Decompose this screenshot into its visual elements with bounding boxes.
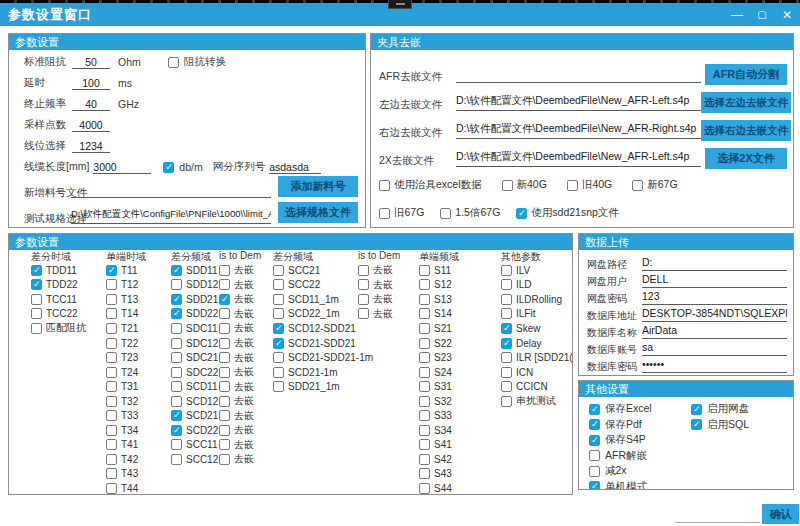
checkbox-ILFit[interactable]: [501, 308, 512, 319]
checkbox-T43[interactable]: [106, 468, 117, 479]
checkbox-S34[interactable]: [419, 425, 430, 436]
checkbox-单机模式[interactable]: [589, 481, 600, 490]
checkbox-去嵌[interactable]: [358, 294, 369, 305]
checkbox-T32[interactable]: [106, 396, 117, 407]
dbm-checkbox[interactable]: [163, 162, 174, 173]
checkbox-T22[interactable]: [106, 338, 117, 349]
checkbox-SDD11[interactable]: [171, 265, 182, 276]
checkbox-去嵌[interactable]: [219, 410, 230, 421]
upload-field-input[interactable]: AirData: [642, 324, 787, 339]
checkbox-去嵌[interactable]: [219, 338, 230, 349]
checkbox-S24[interactable]: [419, 367, 430, 378]
checkbox-SCC21[interactable]: [273, 265, 284, 276]
right-file-input[interactable]: D:\软件配置文件\DeembedFile\New_AFR-Right.s4p: [456, 122, 701, 139]
checkbox-1.5倍67G[interactable]: [440, 208, 451, 219]
checkbox-去嵌[interactable]: [219, 308, 230, 319]
checkbox-S43[interactable]: [419, 468, 430, 479]
checkbox-SCD21[interactable]: [171, 410, 182, 421]
checkbox-匹配阻抗[interactable]: [31, 323, 42, 334]
checkbox-SCD11[interactable]: [171, 381, 182, 392]
checkbox-SDD12[interactable]: [171, 279, 182, 290]
checkbox-T31[interactable]: [106, 381, 117, 392]
stop-freq-input[interactable]: 40: [72, 98, 110, 111]
delay-input[interactable]: 100: [72, 77, 110, 90]
select-2x-file-button[interactable]: 选择2X文件: [705, 148, 787, 169]
close-icon[interactable]: ✕: [780, 8, 794, 22]
checkbox-S42[interactable]: [419, 454, 430, 465]
line-select-input[interactable]: 1234: [72, 140, 110, 153]
checkbox-SCD12-SDD21[interactable]: [273, 323, 284, 334]
checkbox-T11[interactable]: [106, 265, 117, 276]
upload-field-input[interactable]: sa: [642, 341, 787, 356]
maximize-icon[interactable]: ▢: [755, 8, 769, 22]
checkbox-SDC12[interactable]: [171, 338, 182, 349]
checkbox-去嵌[interactable]: [219, 396, 230, 407]
checkbox-去嵌[interactable]: [219, 425, 230, 436]
afr-file-input[interactable]: [456, 66, 701, 83]
checkbox-T44[interactable]: [106, 483, 117, 494]
checkbox-T34[interactable]: [106, 425, 117, 436]
checkbox-T41[interactable]: [106, 439, 117, 450]
checkbox-保存Excel[interactable]: [589, 404, 600, 415]
checkbox-保存Pdf[interactable]: [589, 419, 600, 430]
checkbox-SDD21[interactable]: [171, 294, 182, 305]
impedance-convert-checkbox[interactable]: [168, 57, 179, 68]
checkbox-T23[interactable]: [106, 352, 117, 363]
checkbox-AFR解嵌[interactable]: [589, 450, 600, 461]
checkbox-SDD22[interactable]: [171, 308, 182, 319]
checkbox-SDD21_1m[interactable]: [273, 381, 284, 392]
checkbox-减2x[interactable]: [589, 466, 600, 477]
checkbox-Skew[interactable]: [501, 323, 512, 334]
checkbox-S13[interactable]: [419, 294, 430, 305]
checkbox-去嵌[interactable]: [358, 265, 369, 276]
minimize-icon[interactable]: —: [730, 8, 744, 22]
new-pn-input[interactable]: [71, 182, 271, 198]
checkbox-SCD12[interactable]: [171, 396, 182, 407]
checkbox-去嵌[interactable]: [219, 294, 230, 305]
checkbox-去嵌[interactable]: [219, 265, 230, 276]
twox-file-input[interactable]: D:\软件配置文件\DeembedFile\New_AFR-Left.s4p: [456, 150, 701, 167]
checkbox-SCC12[interactable]: [171, 454, 182, 465]
checkbox-去嵌[interactable]: [219, 367, 230, 378]
checkbox-ICN[interactable]: [501, 367, 512, 378]
checkbox-使用治具excel数据[interactable]: [379, 180, 390, 191]
select-spec-button[interactable]: 选择规格文件: [278, 202, 358, 223]
checkbox-Delay[interactable]: [501, 338, 512, 349]
checkbox-新67G[interactable]: [632, 180, 643, 191]
checkbox-去嵌[interactable]: [219, 323, 230, 334]
checkbox-串扰测试[interactable]: [501, 396, 512, 407]
upload-field-input[interactable]: D:: [642, 256, 787, 271]
checkbox-SDC21[interactable]: [171, 352, 182, 363]
select-left-file-button[interactable]: 选择左边去嵌文件: [701, 92, 791, 113]
checkbox-SCD21-SDD21[interactable]: [273, 338, 284, 349]
upload-field-input[interactable]: ••••••: [642, 358, 787, 373]
checkbox-S33[interactable]: [419, 410, 430, 421]
checkbox-S23[interactable]: [419, 352, 430, 363]
checkbox-ILDRolling[interactable]: [501, 294, 512, 305]
checkbox-ILR [SDD21(max-[interactable]: [501, 352, 512, 363]
select-right-file-button[interactable]: 选择右边去嵌文件: [701, 120, 791, 141]
checkbox-SCD21-1m[interactable]: [273, 367, 284, 378]
checkbox-S12[interactable]: [419, 279, 430, 290]
checkbox-旧67G[interactable]: [379, 208, 390, 219]
vna-serial-input[interactable]: asdasda: [269, 161, 321, 174]
checkbox-旧40G[interactable]: [567, 180, 578, 191]
checkbox-S44[interactable]: [419, 483, 430, 494]
checkbox-启用SQL[interactable]: [691, 419, 702, 430]
checkbox-去嵌[interactable]: [219, 454, 230, 465]
checkbox-ILV[interactable]: [501, 265, 512, 276]
checkbox-T33[interactable]: [106, 410, 117, 421]
upload-field-input[interactable]: DESKTOP-3854NDT\SQLEXPRESS: [642, 307, 787, 322]
checkbox-SCC11[interactable]: [171, 439, 182, 450]
afr-auto-split-button[interactable]: AFR自动分割: [705, 64, 787, 85]
checkbox-T13[interactable]: [106, 294, 117, 305]
checkbox-新40G[interactable]: [502, 180, 513, 191]
checkbox-S14[interactable]: [419, 308, 430, 319]
checkbox-S21[interactable]: [419, 323, 430, 334]
checkbox-去嵌[interactable]: [358, 308, 369, 319]
checkbox-S32[interactable]: [419, 396, 430, 407]
checkbox-去嵌[interactable]: [358, 279, 369, 290]
confirm-button[interactable]: 确认: [762, 504, 799, 524]
left-file-input[interactable]: D:\软件配置文件\DeembedFile\New_AFR-Left.s4p: [456, 94, 701, 111]
spec-file-input[interactable]: D:\软件配置文件\ConfigFile\PNFile\1000\\limit_…: [71, 208, 271, 224]
